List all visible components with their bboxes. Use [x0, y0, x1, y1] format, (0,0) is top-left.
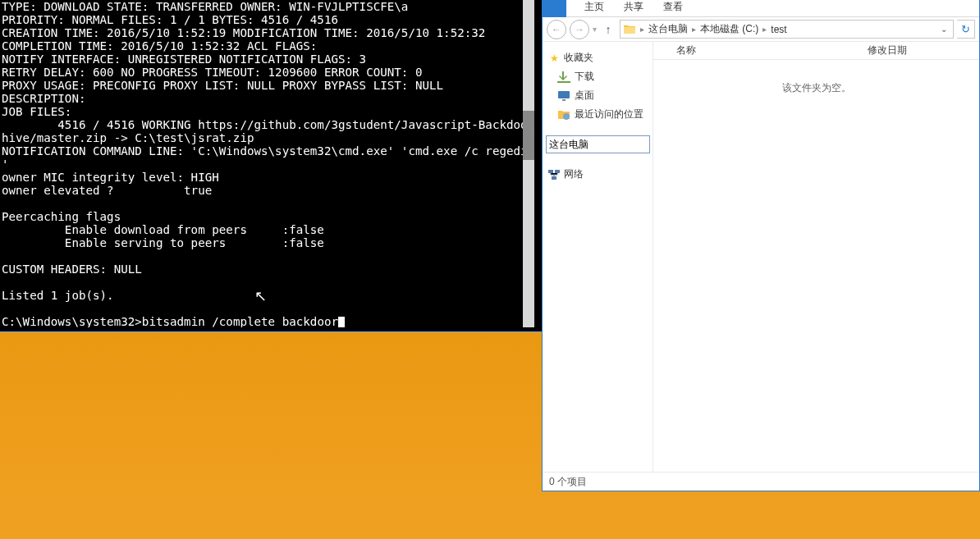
- svg-rect-4: [548, 170, 553, 173]
- recent-icon: [557, 108, 570, 121]
- terminal-line: Peercaching flags: [2, 210, 121, 223]
- breadcrumb[interactable]: ▸ 这台电脑 ▸ 本地磁盘 (C:) ▸ test ⌄: [620, 20, 954, 39]
- svg-rect-6: [552, 176, 556, 180]
- sidebar-recent[interactable]: 最近访问的位置: [546, 105, 649, 124]
- star-icon: ★: [547, 52, 561, 65]
- terminal-line: Enable serving to peers :false: [2, 236, 324, 249]
- up-button[interactable]: ↑: [600, 23, 616, 36]
- terminal-line: ': [2, 158, 9, 171]
- column-headers: 名称 修改日期: [653, 42, 979, 60]
- sidebar-label: 收藏夹: [564, 51, 593, 65]
- cmd-window[interactable]: TYPE: DOWNLOAD STATE: TRANSFERRED OWNER:…: [0, 0, 548, 332]
- chevron-right-icon: ▸: [692, 25, 696, 34]
- terminal-command[interactable]: bitsadmin /complete backdoor: [142, 315, 338, 327]
- terminal-line: CREATION TIME: 2016/5/10 1:52:19 MODIFIC…: [2, 26, 485, 39]
- svg-point-3: [563, 113, 570, 120]
- svg-rect-5: [555, 170, 560, 173]
- explorer-window[interactable]: 主页 共享 查看 ← → ▾ ↑ ▸ 这台电脑 ▸ 本地磁盘 (C:) ▸ te…: [542, 0, 980, 491]
- svg-rect-1: [558, 91, 570, 98]
- column-name[interactable]: 名称: [676, 43, 868, 57]
- terminal-scrollbar-thumb[interactable]: [523, 111, 534, 160]
- terminal-prompt: C:\Windows\system32>: [2, 315, 142, 327]
- downloads-icon: [557, 71, 570, 84]
- arrow-up-icon: ↑: [606, 23, 611, 36]
- network-icon: [547, 168, 561, 181]
- tab-home[interactable]: 主页: [575, 0, 614, 17]
- crumb-folder[interactable]: test: [771, 24, 786, 35]
- terminal-line: PRIORITY: NORMAL FILES: 1 / 1 BYTES: 451…: [2, 13, 338, 26]
- chevron-right-icon: ▸: [640, 25, 644, 34]
- ribbon-tabs: 主页 共享 查看: [543, 0, 979, 17]
- terminal-line: DESCRIPTION:: [2, 92, 86, 105]
- crumb-pc[interactable]: 这台电脑: [648, 22, 688, 36]
- cursor-icon: [338, 317, 345, 327]
- sidebar-network[interactable]: 网络: [546, 165, 649, 184]
- terminal-line: NOTIFICATION COMMAND LINE: 'C:\Windows\s…: [2, 144, 535, 158]
- refresh-icon: ↻: [961, 23, 970, 35]
- terminal-line: Enable download from peers :false: [2, 223, 324, 236]
- status-bar: 0 个项目: [543, 472, 979, 491]
- file-menu-button[interactable]: [543, 0, 566, 17]
- sidebar-desktop[interactable]: 桌面: [546, 86, 649, 105]
- terminal-line: Listed 1 job(s).: [2, 289, 114, 302]
- status-item-count: 0 个项目: [549, 475, 587, 489]
- svg-rect-2: [562, 99, 566, 101]
- address-bar: ← → ▾ ↑ ▸ 这台电脑 ▸ 本地磁盘 (C:) ▸ test ⌄ ↻: [543, 17, 979, 42]
- terminal-line: 4516 / 4516 WORKING https://github.com/3…: [2, 118, 535, 131]
- sidebar-thispc-input[interactable]: [546, 135, 650, 153]
- terminal-line: COMPLETION TIME: 2016/5/10 1:52:32 ACL F…: [2, 39, 317, 53]
- chevron-right-icon: ▸: [762, 25, 767, 34]
- tab-view[interactable]: 查看: [653, 0, 693, 17]
- crumb-disk[interactable]: 本地磁盘 (C:): [700, 22, 758, 36]
- terminal-line: RETRY DELAY: 600 NO PROGRESS TIMEOUT: 12…: [2, 66, 423, 79]
- sidebar-label: 桌面: [575, 89, 594, 103]
- terminal-line: TYPE: DOWNLOAD STATE: TRANSFERRED OWNER:…: [2, 0, 408, 13]
- terminal-line: hive/master.zip -> C:\test\jsrat.zip: [2, 131, 254, 144]
- sidebar-label: 下载: [575, 70, 594, 84]
- folder-icon: [623, 23, 636, 36]
- terminal-line: JOB FILES:: [2, 105, 71, 118]
- arrow-right-icon: →: [575, 24, 584, 35]
- svg-rect-0: [557, 81, 570, 83]
- address-dropdown[interactable]: ⌄: [937, 25, 950, 34]
- terminal-line: NOTIFY INTERFACE: UNREGISTERED NOTIFICAT…: [2, 53, 366, 66]
- refresh-button[interactable]: ↻: [957, 20, 975, 39]
- back-button[interactable]: ←: [547, 20, 566, 39]
- tab-share[interactable]: 共享: [614, 0, 653, 17]
- sidebar: ★ 收藏夹 下载 桌面 最近访问的位置: [543, 42, 653, 472]
- chevron-down-icon[interactable]: ▾: [593, 25, 597, 34]
- terminal-scrollbar[interactable]: [523, 0, 534, 327]
- sidebar-favorites[interactable]: ★ 收藏夹: [546, 48, 649, 67]
- sidebar-label: 网络: [564, 167, 584, 181]
- forward-button[interactable]: →: [570, 20, 589, 39]
- terminal-line: PROXY USAGE: PRECONFIG PROXY LIST: NULL …: [2, 79, 443, 92]
- terminal-line: CUSTOM HEADERS: NULL: [2, 263, 142, 276]
- terminal-line: owner elevated ? true: [2, 184, 212, 197]
- terminal-output[interactable]: TYPE: DOWNLOAD STATE: TRANSFERRED OWNER:…: [0, 0, 535, 327]
- empty-folder-message: 该文件夹为空。: [653, 81, 979, 95]
- sidebar-label: 最近访问的位置: [575, 107, 643, 121]
- terminal-line: owner MIC integrity level: HIGH: [2, 171, 219, 184]
- file-list-pane[interactable]: 名称 修改日期 该文件夹为空。: [653, 42, 979, 472]
- arrow-left-icon: ←: [552, 24, 561, 35]
- desktop-icon: [557, 89, 570, 103]
- sidebar-downloads[interactable]: 下载: [546, 67, 649, 86]
- column-date[interactable]: 修改日期: [868, 43, 979, 57]
